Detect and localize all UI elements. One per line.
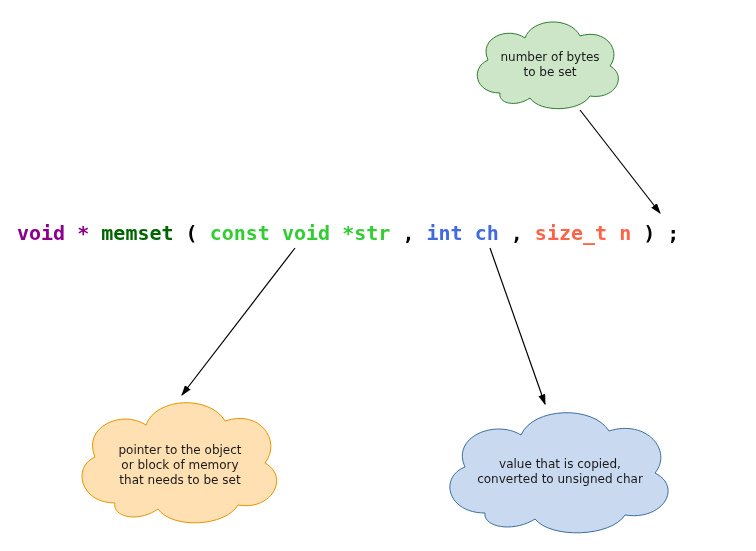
arrow-ch-to-value <box>0 0 756 551</box>
svg-line-2 <box>490 248 545 404</box>
